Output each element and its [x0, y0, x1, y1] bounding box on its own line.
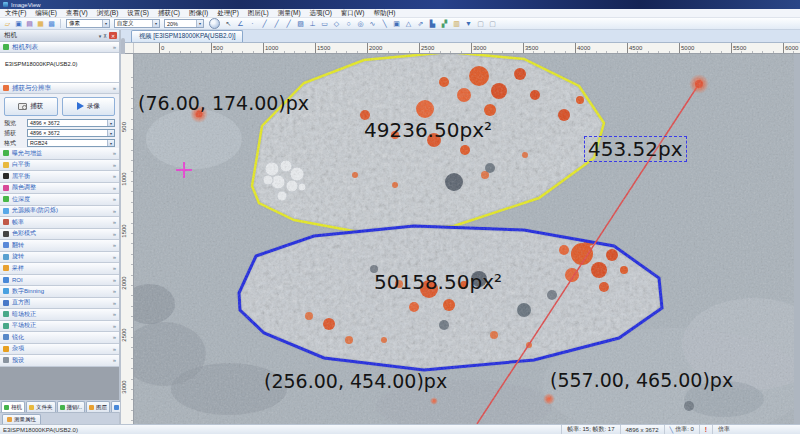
toolbar-draw-icon[interactable]: ▨ — [296, 19, 305, 28]
menu-item[interactable]: 测量(M) — [278, 9, 301, 18]
expand-icon[interactable]: » — [113, 334, 116, 340]
expand-icon[interactable]: » — [113, 208, 116, 214]
chevron-down-icon[interactable]: ▾ — [152, 20, 159, 27]
expand-icon[interactable]: » — [113, 357, 116, 363]
expand-icon[interactable]: » — [113, 196, 116, 202]
sidebar-tab[interactable]: 相机 — [1, 401, 25, 412]
sidebar-panel-header[interactable]: 颜色调整 » — [0, 183, 119, 195]
close-icon[interactable]: ✕ — [109, 32, 117, 39]
toolbar-draw-icon[interactable]: ╱ — [272, 19, 281, 28]
menu-item[interactable]: 捕获(C) — [158, 9, 180, 18]
expand-icon[interactable]: » — [113, 300, 116, 306]
sidebar-panel-header[interactable]: 暗场校正 » — [0, 309, 119, 321]
point2-label[interactable]: (256.00, 454.00)px — [264, 370, 447, 392]
expand-icon[interactable]: » — [113, 311, 116, 317]
point3-label[interactable]: (557.00, 465.00)px — [550, 369, 733, 391]
sidebar-panel-header[interactable]: 直方图 » — [0, 298, 119, 310]
expand-icon[interactable]: » — [113, 173, 116, 179]
collapse-icon[interactable]: » — [113, 44, 116, 50]
toolbar-draw-icon[interactable]: ▥ — [452, 19, 461, 28]
toolbar-draw-icon[interactable]: ∠ — [236, 19, 245, 28]
pin-icon[interactable]: ⊼ — [103, 33, 107, 39]
point1-label[interactable]: (76.00, 174.00)px — [138, 92, 309, 114]
expand-icon[interactable]: » — [113, 323, 116, 329]
toolbar-draw-icon[interactable]: ◎ — [356, 19, 365, 28]
toolbar-draw-icon[interactable]: ╱ — [260, 19, 269, 28]
sidebar-panel-header[interactable]: 曝光与增益 » — [0, 148, 119, 160]
expand-icon[interactable]: » — [113, 219, 116, 225]
menu-item[interactable]: 文件(F) — [5, 9, 26, 18]
area1-label[interactable]: 49236.50px² — [364, 118, 492, 142]
menu-item[interactable]: 设置(S) — [127, 9, 149, 18]
toolbar-file-icon[interactable]: ▩ — [47, 19, 56, 28]
toolbar-draw-icon[interactable]: ▢ — [476, 19, 485, 28]
toolbar-draw-icon[interactable]: ╲ — [380, 19, 389, 28]
sidebar-panel-header[interactable]: 采样 » — [0, 263, 119, 275]
distance-label[interactable]: 453.52px — [584, 136, 687, 162]
menu-item[interactable]: 浏览(B) — [97, 9, 119, 18]
zoom-combo[interactable]: 20% ▾ — [164, 19, 204, 28]
sidebar-panel-header[interactable]: ROI » — [0, 275, 119, 287]
toolbar-draw-icon[interactable]: ▭ — [320, 19, 329, 28]
magnification-combo[interactable]: 自定义 ▾ — [114, 19, 160, 28]
toolbar-draw-icon[interactable]: ▞ — [440, 19, 449, 28]
magnifier-dial-icon[interactable] — [209, 18, 220, 29]
sidebar-panel-header[interactable]: 旋转 » — [0, 252, 119, 264]
menu-item[interactable]: 处理(P) — [217, 9, 239, 18]
sidebar-panel-header[interactable]: 位深度 » — [0, 194, 119, 206]
record-button[interactable]: 录像 — [62, 97, 116, 116]
sidebar-panel-header[interactable]: 黑平衡 » — [0, 171, 119, 183]
toolbar-file-icon[interactable]: ▣ — [14, 19, 23, 28]
capture-panel-header[interactable]: 捕获与分辨率 » — [0, 83, 119, 94]
toolbar-draw-icon[interactable]: ▼ — [464, 19, 473, 28]
toolbar-file-icon[interactable]: ▱ — [3, 19, 12, 28]
sidebar-panel-header[interactable]: 翻转 » — [0, 240, 119, 252]
video-document-tab[interactable]: 视频 [E3ISPM18000KPA(USB2.0)] — [131, 30, 243, 42]
toolbar-draw-icon[interactable]: ▙ — [428, 19, 437, 28]
expand-icon[interactable]: » — [113, 242, 116, 248]
menu-item[interactable]: 窗口(W) — [341, 9, 364, 18]
toolbar-draw-icon[interactable]: ◇ — [332, 19, 341, 28]
expand-icon[interactable]: » — [113, 254, 116, 260]
toolbar-draw-icon[interactable]: · — [248, 19, 257, 28]
snap-button[interactable]: 捕获 — [4, 97, 58, 116]
chevron-down-icon[interactable]: ▾ — [99, 33, 102, 39]
sidebar-panel-header[interactable]: 预设 » — [0, 355, 119, 367]
menu-item[interactable]: 编辑(E) — [35, 9, 57, 18]
toolbar-file-icon[interactable]: ▦ — [36, 19, 45, 28]
video-canvas[interactable]: (76.00, 174.00)px 49236.50px² 453.52px 5… — [134, 54, 794, 424]
toolbar-draw-icon[interactable]: ↖ — [224, 19, 233, 28]
expand-icon[interactable]: » — [113, 185, 116, 191]
sidebar-panel-header[interactable]: 平场校正 » — [0, 321, 119, 333]
sidebar-panel-header[interactable]: 帧率 » — [0, 217, 119, 229]
expand-icon[interactable]: » — [113, 231, 116, 237]
resolution-select[interactable]: 4896 × 3672 ▾ — [27, 119, 115, 127]
expand-icon[interactable]: » — [113, 150, 116, 156]
sidebar-tab[interactable]: 图层 — [86, 401, 110, 412]
chevron-down-icon[interactable]: ▾ — [196, 20, 203, 27]
unit-combo[interactable]: 像素 ▾ — [66, 19, 110, 28]
area2-label[interactable]: 50158.50px² — [374, 270, 502, 294]
menu-item[interactable]: 图像(I) — [189, 9, 208, 18]
toolbar-draw-icon[interactable]: ▢ — [488, 19, 497, 28]
toolbar-draw-icon[interactable]: ○ — [344, 19, 353, 28]
chevron-down-icon[interactable]: ▾ — [107, 140, 114, 146]
toolbar-draw-icon[interactable]: ⊥ — [308, 19, 317, 28]
menu-item[interactable]: 图层(L) — [248, 9, 269, 18]
toolbar-draw-icon[interactable]: ╱ — [284, 19, 293, 28]
expand-icon[interactable]: » — [113, 265, 116, 271]
sidebar-panel-header[interactable]: 杂项 » — [0, 344, 119, 356]
chevron-down-icon[interactable]: ▾ — [107, 130, 114, 136]
collapse-icon[interactable]: » — [113, 85, 116, 91]
resolution-select[interactable]: 4896 × 3672 ▾ — [27, 129, 115, 137]
sidebar-panel-header[interactable]: 锐化 » — [0, 332, 119, 344]
expand-icon[interactable]: » — [113, 288, 116, 294]
camera-list-item[interactable]: E3ISPM18000KPA(USB2.0) — [5, 61, 116, 67]
expand-icon[interactable]: » — [113, 277, 116, 283]
expand-icon[interactable]: » — [113, 162, 116, 168]
sidebar-panel-header[interactable]: 白平衡 » — [0, 160, 119, 172]
sidebar-panel-header[interactable]: 数字Binning » — [0, 286, 119, 298]
sidebar-tab[interactable]: 撤销/.. — [57, 401, 86, 412]
menu-item[interactable]: 帮助(H) — [373, 9, 395, 18]
menu-item[interactable]: 选项(O) — [310, 9, 332, 18]
